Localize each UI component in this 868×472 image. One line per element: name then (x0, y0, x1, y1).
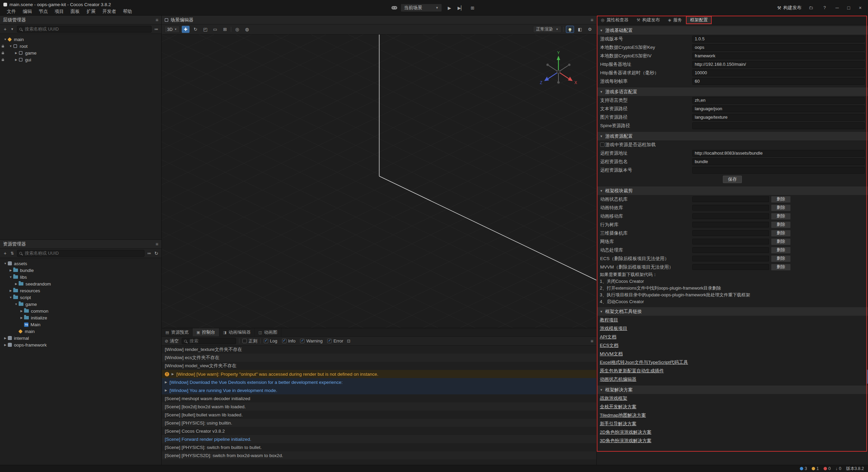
export-log-icon[interactable]: ⊡ (346, 339, 351, 343)
hierarchy-search[interactable] (17, 26, 152, 33)
expand-arrow[interactable]: ▶ (9, 269, 13, 272)
expand-arrow[interactable]: ▶ (3, 343, 7, 347)
regex-checkbox[interactable] (242, 339, 247, 343)
log-row[interactable]: ▶[Window] Download the Vue Devtools exte… (162, 378, 596, 386)
expand-arrow[interactable]: ▼ (3, 38, 7, 41)
menu-item-0[interactable]: 文件 (3, 8, 19, 15)
expand-arrow[interactable]: ▶ (20, 309, 23, 313)
log-checkbox[interactable] (264, 339, 268, 343)
expand-arrow[interactable]: ▼ (3, 262, 7, 265)
log-row[interactable]: [Scene] Cocos Creator v3.8.2 (162, 427, 596, 435)
rotate-tool-button[interactable]: ↻ (192, 26, 199, 33)
panel-menu-icon[interactable]: ≡ (591, 338, 593, 344)
field-input[interactable] (692, 36, 865, 42)
delete-module-button[interactable]: 删除 (771, 238, 791, 245)
expand-arrow[interactable]: ▶ (9, 289, 13, 292)
warning-count-badge[interactable]: 1 (812, 466, 819, 471)
add-node-button[interactable]: + (3, 26, 7, 32)
scale-tool-button[interactable]: ◰ (201, 26, 209, 33)
layout-grid-icon[interactable]: ⊞ (469, 4, 477, 12)
field-input[interactable] (692, 150, 865, 157)
scene-settings-gear-icon[interactable]: ⚙ (586, 26, 594, 33)
expand-arrow[interactable]: ▶ (20, 316, 23, 319)
log-row[interactable]: [Scene] Forward render pipeline initiali… (162, 435, 596, 443)
doc-link[interactable]: 战旗游戏框架 (600, 395, 627, 401)
expand-arrow[interactable]: ▶ (14, 282, 18, 286)
minimize-button[interactable]: ─ (834, 5, 840, 11)
delete-module-button[interactable]: 删除 (771, 264, 791, 271)
render-mode-select[interactable]: 正常渲染 ▼ (533, 26, 561, 33)
panel-menu-icon[interactable]: ≡ (156, 17, 158, 23)
field-input[interactable] (692, 61, 865, 68)
doc-link[interactable]: 游戏模板项目 (600, 326, 627, 332)
menu-item-2[interactable]: 节点 (35, 8, 51, 15)
expand-arrow[interactable]: ▶ (3, 336, 7, 340)
menu-item-4[interactable]: 面板 (67, 8, 83, 15)
field-input[interactable] (692, 158, 865, 165)
info-checkbox[interactable] (282, 339, 287, 343)
menu-item-6[interactable]: 开发者 (99, 8, 120, 15)
field-input[interactable] (692, 78, 865, 85)
delete-module-button[interactable]: 删除 (771, 247, 791, 254)
field-input[interactable] (692, 167, 865, 174)
log-row[interactable]: [Scene] [PHYSICS]: using builtin. (162, 419, 596, 427)
warning-checkbox[interactable] (300, 339, 304, 343)
asset-node-seedrandom[interactable]: ▶seedrandom (0, 280, 161, 287)
filter-info[interactable]: Info (282, 338, 296, 343)
doc-link[interactable]: 全栈开发解决方案 (600, 404, 636, 410)
menu-item-3[interactable]: 项目 (51, 8, 67, 15)
tab-animation-graph[interactable]: ◫动画图 (255, 328, 281, 336)
log-row[interactable]: [Window] model_view文件夹不存在 (162, 362, 596, 370)
asset-node-assets[interactable]: ▼assets (0, 260, 161, 267)
tab-animation-editor[interactable]: ◨动画编辑器 (219, 328, 255, 336)
scrollbar-thumb[interactable] (866, 370, 868, 384)
error-count-badge[interactable]: 0 (824, 466, 831, 471)
section-header-game-language[interactable]: ▼游戏多语言配置 (597, 87, 868, 96)
log-row[interactable]: [Window] render_texture文件夹不存在 (162, 346, 596, 354)
delete-module-button[interactable]: 删除 (771, 196, 791, 203)
asset-node-resources[interactable]: ▶resources (0, 287, 161, 294)
delete-module-button[interactable]: 删除 (771, 230, 791, 237)
section-header-game-basic[interactable]: ▼游戏基础配置 (597, 26, 868, 35)
clear-console-button[interactable]: ⊘ 清空 (165, 338, 179, 344)
expand-arrow[interactable]: ▼ (9, 44, 13, 48)
expand-arrow[interactable]: ▶ (165, 389, 167, 392)
hierarchy-node-root[interactable]: ▼root (0, 43, 161, 50)
log-row[interactable]: [Scene] [bullet]:bullet wasm lib loaded. (162, 411, 596, 419)
doc-link[interactable]: Tiledmap地图解决方案 (600, 412, 646, 418)
play-button[interactable]: ▶ (446, 4, 454, 12)
doc-link[interactable]: MVVM文档 (600, 351, 623, 357)
tab-service[interactable]: ◈服务 (664, 16, 686, 24)
hierarchy-node-game[interactable]: ▶game (0, 50, 161, 56)
build-publish-button[interactable]: ⚒ 构建发布 (777, 5, 802, 11)
move-tool-button[interactable]: ✚ (182, 26, 190, 33)
axis-z-label[interactable]: Z (540, 80, 542, 85)
assets-search[interactable] (17, 250, 144, 257)
expand-arrow[interactable]: ▶ (14, 58, 18, 61)
filter-error[interactable]: Error (327, 338, 343, 343)
menu-item-1[interactable]: 编辑 (19, 8, 35, 15)
section-header-framework-solutions[interactable]: ▼框架解决方案 (597, 386, 868, 394)
field-input[interactable] (692, 97, 865, 104)
expand-arrow[interactable]: ▼ (14, 302, 18, 306)
field-input[interactable] (692, 44, 865, 51)
snap-tool-button[interactable]: ⊞ (221, 26, 229, 33)
section-header-framework-docs[interactable]: ▼框架文档工具链接 (597, 307, 868, 316)
field-input[interactable] (692, 53, 865, 59)
menu-item-5[interactable]: 扩展 (83, 8, 99, 15)
section-header-game-resource[interactable]: ▼游戏资源配置 (597, 132, 868, 140)
tab-inspector[interactable]: ◎属性检查器 (597, 16, 632, 24)
delete-module-button[interactable]: 删除 (771, 213, 791, 220)
axis-y-label[interactable]: Y (557, 51, 560, 55)
doc-link[interactable]: 新手引导解决方案 (600, 421, 636, 427)
step-button[interactable]: ▶▏ (457, 4, 465, 12)
doc-link[interactable]: 动画状态机编辑器 (600, 376, 636, 382)
console-search[interactable] (182, 338, 236, 344)
field-input[interactable] (692, 114, 865, 121)
hierarchy-filter-icon[interactable]: ≔ (154, 27, 159, 32)
help-icon[interactable]: ? (821, 4, 829, 12)
filter-log[interactable]: Log (264, 338, 277, 343)
scene-light-toggle[interactable] (566, 26, 574, 33)
maximize-button[interactable]: □ (846, 5, 852, 11)
doc-link[interactable]: 原生包热更新配置自动生成插件 (600, 368, 664, 374)
